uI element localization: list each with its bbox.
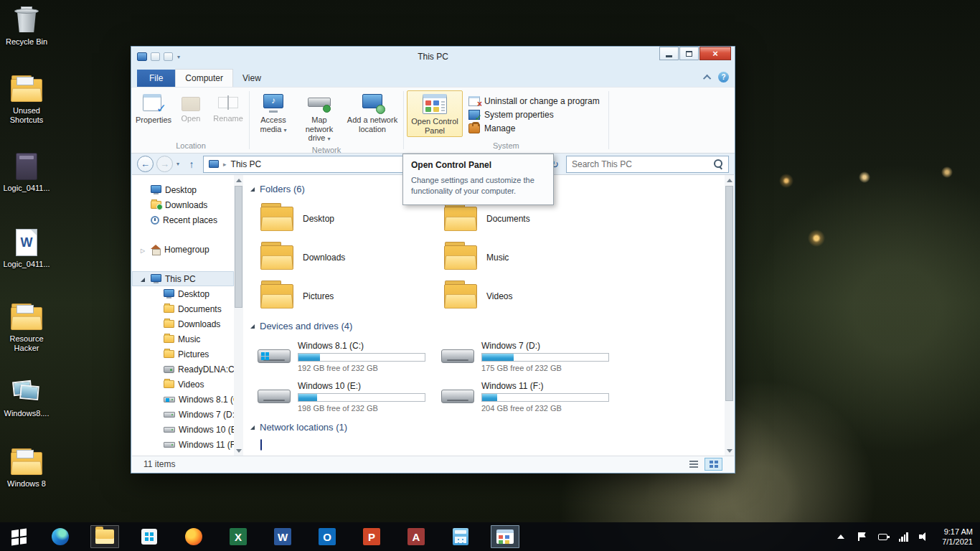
nav-item-pc-documents[interactable]: Documents — [132, 301, 234, 316]
qat-properties-icon[interactable] — [151, 52, 160, 61]
collapse-section-icon[interactable] — [250, 187, 255, 192]
desktop-icon-recycle-bin[interactable]: Recycle Bin — [3, 6, 50, 47]
search-icon[interactable] — [714, 159, 723, 169]
scrollbar-thumb[interactable] — [235, 186, 242, 308]
scroll-up-arrow[interactable] — [725, 175, 734, 185]
drive-item-f[interactable]: Windows 11 (F:) 204 GB free of 232 GB — [441, 379, 625, 415]
nav-item-desktop[interactable]: Desktop — [132, 182, 234, 197]
taskbar-firefox-button[interactable] — [179, 525, 208, 548]
taskbar-access-button[interactable]: A — [402, 525, 430, 548]
collapse-section-icon[interactable] — [250, 425, 255, 430]
taskbar-calculator-button[interactable] — [446, 525, 475, 548]
access-media-button[interactable]: ♪ Access media ▾ — [253, 90, 294, 136]
taskbar-clock[interactable]: 9:17 AM 7/1/2021 — [939, 527, 973, 547]
section-header-drives[interactable]: Devices and drives (4) — [250, 321, 725, 331]
nav-item-drive-c[interactable]: Windows 8.1 (C:) — [132, 392, 234, 407]
desktop-icon-logic-notebook[interactable]: Logic_0411... — [3, 152, 50, 193]
taskbar-excel-button[interactable]: X — [224, 525, 253, 548]
tab-view[interactable]: View — [233, 70, 270, 87]
map-network-drive-button[interactable]: Map network drive ▾ — [296, 90, 343, 145]
desktop-icon-windows8-photos[interactable]: Windows8.... — [3, 377, 50, 418]
title-bar[interactable]: ▾ This PC × — [131, 47, 735, 67]
open-control-panel-button[interactable]: Open Control Panel — [407, 90, 463, 137]
taskbar-edge-button[interactable] — [46, 525, 75, 548]
photos-icon — [13, 380, 40, 404]
drive-item-c[interactable]: Windows 8.1 (C:) 192 GB free of 232 GB — [258, 339, 441, 375]
folder-item-downloads[interactable]: Downloads — [258, 240, 441, 275]
tab-file[interactable]: File — [137, 70, 175, 87]
content-scrollbar[interactable] — [725, 175, 734, 456]
details-view-button[interactable] — [684, 458, 702, 471]
nav-item-downloads[interactable]: Downloads — [132, 197, 234, 212]
desktop-icon-logic-word-doc[interactable]: W Logic_0411... — [3, 228, 50, 269]
maximize-button[interactable] — [679, 47, 699, 60]
desktop-icon-windows-8[interactable]: Windows 8 — [3, 448, 50, 489]
expanded-arrow-icon[interactable] — [141, 278, 145, 282]
start-button[interactable] — [0, 522, 37, 551]
search-input[interactable] — [572, 159, 710, 169]
scroll-up-arrow[interactable] — [234, 175, 243, 185]
nav-item-homegroup[interactable]: ▷Homegroup — [132, 242, 234, 257]
volume-icon[interactable] — [918, 531, 930, 542]
thumbnails-view-button[interactable] — [705, 458, 722, 471]
network-signal-icon[interactable] — [897, 531, 909, 542]
collapse-section-icon[interactable] — [250, 324, 255, 329]
add-network-location-button[interactable]: Add a network location — [344, 90, 400, 136]
folder-item-videos[interactable]: Videos — [441, 279, 625, 314]
qat-new-folder-icon[interactable] — [164, 52, 173, 61]
history-chevron-icon[interactable]: ▾ — [176, 161, 180, 167]
drive-item-d[interactable]: Windows 7 (D:) 175 GB free of 232 GB — [441, 339, 625, 375]
file-explorer-window: ▾ This PC × File Computer View ? ✓ Prope… — [131, 46, 735, 474]
breadcrumb-location[interactable]: This PC — [231, 159, 262, 169]
action-center-flag-icon[interactable] — [856, 531, 867, 542]
back-button[interactable]: ← — [137, 156, 154, 172]
system-properties-button[interactable]: System properties — [468, 110, 600, 120]
taskbar-outlook-button[interactable]: O — [313, 525, 341, 548]
scroll-down-arrow[interactable] — [725, 446, 734, 456]
folder-item-music[interactable]: Music — [441, 240, 625, 275]
section-header-network-locations[interactable]: Network locations (1) — [250, 422, 725, 433]
nav-item-drive-e[interactable]: Windows 10 (E:) — [132, 422, 234, 437]
nav-item-drive-d[interactable]: Windows 7 (D:) — [132, 407, 234, 422]
desktop-icon-unused-shortcuts[interactable]: Unused Shortcuts — [3, 75, 50, 125]
help-icon[interactable]: ? — [718, 72, 729, 83]
nav-item-pc-videos[interactable]: Videos — [132, 377, 234, 392]
taskbar-store-button[interactable] — [135, 525, 164, 548]
minimize-ribbon-icon[interactable] — [703, 74, 711, 82]
nav-scrollbar[interactable] — [234, 175, 243, 456]
desktop-icon-resource-hacker[interactable]: Resource Hacker — [3, 303, 50, 353]
taskbar-control-panel-button[interactable] — [491, 525, 519, 548]
nav-item-pc-downloads[interactable]: Downloads — [132, 316, 234, 331]
hidden-icons-chevron[interactable] — [835, 531, 847, 542]
search-box[interactable] — [566, 156, 729, 173]
nav-item-pc-music[interactable]: Music — [132, 331, 234, 347]
usb-device-icon[interactable] — [877, 531, 888, 542]
nav-item-pc-pictures[interactable]: Pictures — [132, 347, 234, 362]
drive-item-e[interactable]: Windows 10 (E:) 198 GB free of 232 GB — [258, 379, 441, 415]
scroll-down-arrow[interactable] — [234, 446, 243, 456]
manage-button[interactable]: Manage — [468, 123, 600, 133]
qat-dropdown-chevron-icon[interactable]: ▾ — [176, 54, 181, 60]
nav-item-drive-f[interactable]: Windows 11 (F:) — [132, 437, 234, 452]
nav-item-recent-places[interactable]: Recent places — [132, 212, 234, 227]
close-button[interactable]: × — [699, 47, 731, 60]
taskbar-word-button[interactable]: W — [268, 525, 297, 548]
scrollbar-thumb[interactable] — [725, 186, 733, 401]
nav-item-this-pc[interactable]: This PC — [132, 271, 234, 286]
uninstall-program-button[interactable]: Uninstall or change a program — [468, 96, 600, 106]
nav-item-pc-desktop[interactable]: Desktop — [132, 286, 234, 301]
folder-item-pictures[interactable]: Pictures — [258, 279, 441, 314]
taskbar-file-explorer-button[interactable] — [90, 525, 119, 548]
nav-item-readydlna[interactable]: ReadyDLNA:C630 — [132, 362, 234, 377]
folder-item-documents[interactable]: Documents — [441, 202, 625, 236]
network-location-item[interactable] — [260, 440, 725, 450]
properties-button[interactable]: ✓ Properties — [136, 90, 171, 127]
collapsed-arrow-icon[interactable]: ▷ — [141, 248, 145, 254]
folder-icon — [444, 245, 477, 270]
forward-button[interactable]: → — [156, 156, 173, 172]
tab-computer[interactable]: Computer — [175, 69, 233, 87]
folder-item-desktop[interactable]: Desktop — [258, 202, 441, 236]
up-button[interactable]: ↑ — [183, 156, 200, 172]
taskbar-powerpoint-button[interactable]: P — [357, 525, 386, 548]
minimize-button[interactable] — [659, 47, 679, 60]
